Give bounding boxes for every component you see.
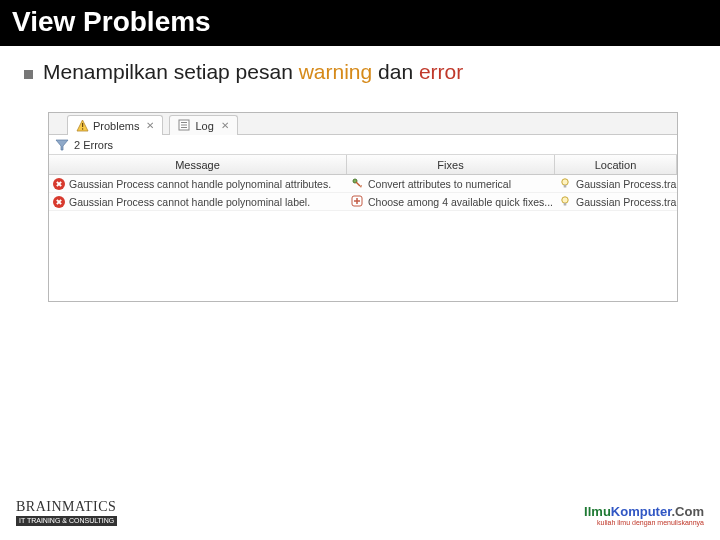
- col-location[interactable]: Location: [555, 155, 677, 174]
- cell-fix: Convert attributes to numerical: [347, 175, 555, 192]
- svg-rect-1: [82, 123, 83, 127]
- tab-problems-label: Problems: [93, 120, 139, 132]
- tab-log[interactable]: Log ✕: [169, 115, 237, 135]
- svg-point-10: [562, 179, 568, 185]
- bullet-prefix: Menampilkan setiap pesan: [43, 60, 299, 83]
- close-icon[interactable]: ✕: [221, 120, 229, 131]
- svg-point-15: [562, 197, 568, 203]
- bullet-connector: dan: [372, 60, 419, 83]
- tab-strip: Problems ✕ Log ✕: [49, 113, 677, 135]
- slide-title: View Problems: [12, 6, 708, 38]
- bullet-text: Menampilkan setiap pesan warning dan err…: [43, 60, 463, 84]
- error-icon: [53, 178, 65, 190]
- tab-log-label: Log: [195, 120, 213, 132]
- filter-icon[interactable]: [55, 138, 68, 151]
- status-text: 2 Errors: [74, 139, 113, 151]
- brand-strap: IT TRAINING & CONSULTING: [16, 516, 117, 526]
- cell-location: Gaussian Process.training set: [555, 193, 677, 210]
- bullet-item: Menampilkan setiap pesan warning dan err…: [24, 60, 696, 84]
- table-row[interactable]: Gaussian Process cannot handle polynomin…: [49, 175, 677, 193]
- svg-marker-7: [56, 140, 68, 150]
- column-headers: Message Fixes Location: [49, 155, 677, 175]
- logo-ilmukomputer: IlmuKomputer.Com kuliah ilmu dengan menu…: [584, 505, 704, 526]
- brand-text: BRAINMATICS: [16, 499, 117, 514]
- svg-rect-11: [564, 185, 567, 188]
- brand-right-tag: kuliah ilmu dengan menuliskannya: [584, 519, 704, 526]
- brand-part-c: .Com: [672, 504, 705, 519]
- panel-empty-area: [49, 211, 677, 301]
- location-text: Gaussian Process.training set: [576, 175, 677, 192]
- svg-rect-16: [564, 203, 567, 206]
- close-icon[interactable]: ✕: [146, 120, 154, 131]
- problems-panel: Problems ✕ Log ✕ 2 Errors Message Fixes …: [48, 112, 678, 302]
- bullet-error-word: error: [419, 60, 463, 83]
- table-row[interactable]: Gaussian Process cannot handle polynomin…: [49, 193, 677, 211]
- bulb-icon: [559, 177, 572, 190]
- cell-message: Gaussian Process cannot handle polynomin…: [49, 193, 347, 210]
- footer: BRAINMATICS IT TRAINING & CONSULTING Ilm…: [16, 499, 704, 526]
- tab-problems[interactable]: Problems ✕: [67, 115, 163, 135]
- cell-message: Gaussian Process cannot handle polynomin…: [49, 175, 347, 192]
- col-message[interactable]: Message: [49, 155, 347, 174]
- convert-icon: [351, 177, 364, 190]
- message-text: Gaussian Process cannot handle polynomin…: [69, 175, 331, 192]
- bullet-warning-word: warning: [299, 60, 373, 83]
- bulb-icon: [559, 195, 572, 208]
- brand-right: IlmuKomputer.Com: [584, 505, 704, 519]
- message-text: Gaussian Process cannot handle polynomin…: [69, 193, 310, 210]
- brand-part-b: Komputer: [611, 504, 672, 519]
- slide-title-bar: View Problems: [0, 0, 720, 46]
- fix-text: Convert attributes to numerical: [368, 175, 511, 192]
- location-text: Gaussian Process.training set: [576, 193, 677, 210]
- col-fixes[interactable]: Fixes: [347, 155, 555, 174]
- error-icon: [53, 196, 65, 208]
- svg-rect-2: [82, 128, 83, 129]
- log-icon: [178, 119, 191, 132]
- slide-body: Menampilkan setiap pesan warning dan err…: [0, 46, 720, 302]
- warning-icon: [76, 119, 89, 132]
- bullet-icon: [24, 70, 33, 79]
- fix-text: Choose among 4 available quick fixes...: [368, 193, 553, 210]
- logo-brainmatics: BRAINMATICS IT TRAINING & CONSULTING: [16, 499, 117, 526]
- cell-fix: Choose among 4 available quick fixes...: [347, 193, 555, 210]
- brand-part-a: Ilmu: [584, 504, 611, 519]
- status-row: 2 Errors: [49, 135, 677, 155]
- cell-location: Gaussian Process.training set: [555, 175, 677, 192]
- quickfix-icon: [351, 195, 364, 208]
